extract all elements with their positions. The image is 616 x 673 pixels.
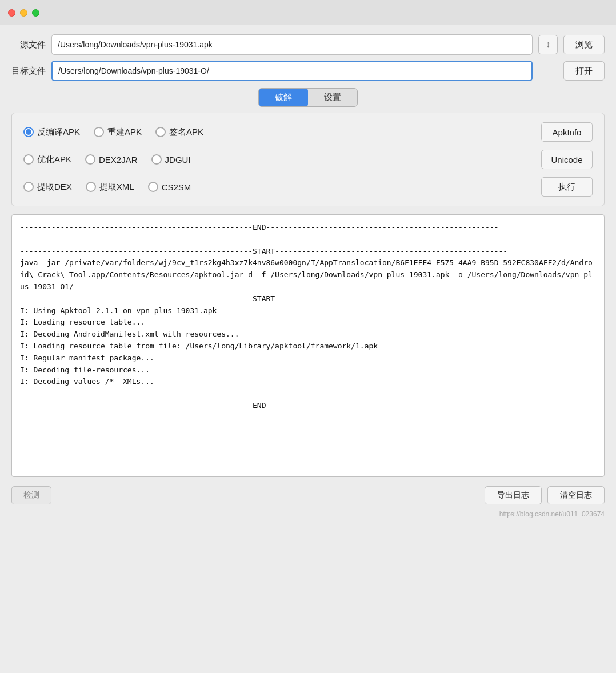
radio-decompile-label: 反编译APK: [37, 127, 80, 138]
options-row-2: 优化APK DEX2JAR JDGUI Unicode: [23, 150, 593, 169]
browse-button[interactable]: 浏览: [563, 35, 605, 54]
radio-optimize-circle: [23, 154, 34, 165]
options-panel: 反编译APK 重建APK 签名APK ApkInfo 优化APK: [11, 113, 605, 206]
clear-log-button[interactable]: 清空日志: [547, 486, 605, 504]
source-file-row: 源文件 ↕ 浏览: [11, 34, 605, 55]
options-row-1: 反编译APK 重建APK 签名APK ApkInfo: [23, 122, 593, 142]
export-log-button[interactable]: 导出日志: [485, 486, 542, 504]
radio-group-2: 优化APK DEX2JAR JDGUI: [23, 154, 541, 165]
swap-button[interactable]: ↕: [538, 35, 558, 54]
radio-cs2sm-label: CS2SM: [162, 182, 191, 192]
open-button[interactable]: 打开: [563, 61, 605, 81]
bottom-bar: 检测 导出日志 清空日志: [11, 484, 605, 509]
unicode-button[interactable]: Unicode: [541, 150, 593, 169]
radio-decompile[interactable]: 反编译APK: [23, 127, 80, 138]
watermark: https://blog.csdn.net/u011_023674: [11, 509, 605, 520]
source-file-input[interactable]: [51, 34, 533, 55]
radio-extractdex-circle: [23, 182, 34, 192]
swap-icon: ↕: [546, 39, 550, 50]
radio-rebuild[interactable]: 重建APK: [94, 127, 142, 138]
maximize-button[interactable]: [32, 9, 39, 17]
log-area[interactable]: ----------------------------------------…: [11, 214, 605, 477]
tab-crack[interactable]: 破解: [259, 89, 308, 106]
radio-jdgui[interactable]: JDGUI: [151, 154, 191, 165]
tab-settings[interactable]: 设置: [308, 89, 357, 106]
tabs-row: 破解 设置: [11, 88, 605, 107]
tab-container: 破解 设置: [258, 88, 358, 107]
minimize-button[interactable]: [20, 9, 27, 17]
radio-jdgui-circle: [151, 154, 162, 165]
close-button[interactable]: [8, 9, 15, 17]
radio-dex2jar[interactable]: DEX2JAR: [85, 154, 138, 165]
radio-group-1: 反编译APK 重建APK 签名APK: [23, 127, 541, 138]
main-content: 源文件 ↕ 浏览 目标文件 打开 破解 设置 反编译APK: [0, 25, 616, 526]
radio-sign[interactable]: 签名APK: [155, 127, 203, 138]
radio-sign-circle: [155, 127, 166, 137]
detect-button[interactable]: 检测: [11, 486, 51, 504]
radio-extractdex[interactable]: 提取DEX: [23, 182, 72, 193]
execute-button[interactable]: 执行: [541, 177, 593, 197]
radio-extractxml-label: 提取XML: [99, 182, 134, 193]
target-file-row: 目标文件 打开: [11, 61, 605, 81]
radio-jdgui-label: JDGUI: [165, 155, 191, 165]
source-file-label: 源文件: [11, 39, 46, 50]
target-file-label: 目标文件: [11, 66, 46, 77]
radio-cs2sm[interactable]: CS2SM: [148, 182, 191, 192]
radio-rebuild-label: 重建APK: [107, 127, 142, 138]
radio-optimize-label: 优化APK: [37, 154, 71, 165]
title-bar: [0, 0, 616, 25]
radio-sign-label: 签名APK: [169, 127, 203, 138]
radio-extractxml[interactable]: 提取XML: [86, 182, 134, 193]
radio-rebuild-circle: [94, 127, 104, 137]
radio-dex2jar-label: DEX2JAR: [99, 155, 138, 165]
target-file-input[interactable]: [51, 61, 533, 81]
apkinfo-button[interactable]: ApkInfo: [541, 122, 593, 142]
options-row-3: 提取DEX 提取XML CS2SM 执行: [23, 177, 593, 197]
radio-group-3: 提取DEX 提取XML CS2SM: [23, 182, 541, 193]
radio-dex2jar-circle: [85, 154, 95, 165]
radio-decompile-circle: [23, 127, 34, 137]
radio-cs2sm-circle: [148, 182, 158, 192]
radio-extractxml-circle: [86, 182, 96, 192]
radio-optimize[interactable]: 优化APK: [23, 154, 71, 165]
radio-extractdex-label: 提取DEX: [37, 182, 72, 193]
